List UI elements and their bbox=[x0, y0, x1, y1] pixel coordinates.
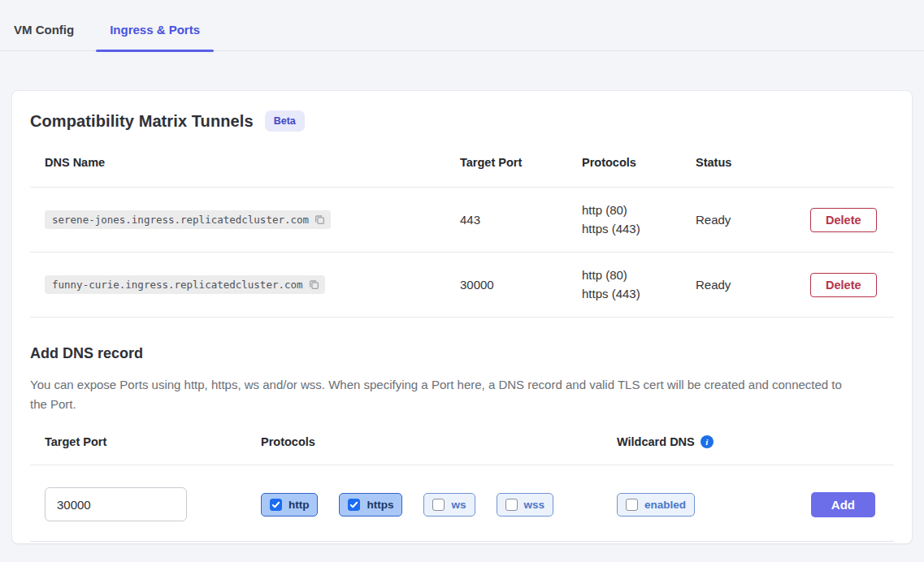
form-label-wildcard-dns: Wildcard DNS bbox=[617, 435, 695, 448]
target-port-input[interactable] bbox=[45, 487, 187, 521]
tab-bar: VM Config Ingress & Ports bbox=[0, 16, 924, 51]
info-icon[interactable]: i bbox=[701, 435, 714, 448]
add-dns-description: You can expose Ports using http, https, … bbox=[30, 375, 852, 414]
table-header-row: DNS Name Target Port Protocols Status bbox=[30, 149, 894, 188]
protocol-checkbox-group: http https ws bbox=[261, 493, 617, 517]
protocol-line: http (80) bbox=[582, 203, 696, 218]
checkbox-label: wss bbox=[524, 499, 545, 511]
checkbox-icon bbox=[348, 499, 360, 511]
protocol-line: http (80) bbox=[582, 268, 696, 283]
card-title: Compatibility Matrix Tunnels bbox=[30, 112, 254, 131]
form-label-protocols: Protocols bbox=[261, 435, 617, 448]
tab-vm-config[interactable]: VM Config bbox=[0, 16, 88, 50]
beta-badge: Beta bbox=[265, 110, 305, 132]
protocol-checkbox-http[interactable]: http bbox=[261, 493, 318, 517]
protocol-checkbox-wss[interactable]: wss bbox=[497, 493, 554, 517]
form-label-target-port: Target Port bbox=[45, 435, 261, 448]
table-row: funny-curie.ingress.replicatedcluster.co… bbox=[30, 253, 894, 318]
dns-name-pill: funny-curie.ingress.replicatedcluster.co… bbox=[45, 275, 325, 294]
checkbox-label: https bbox=[367, 499, 393, 511]
col-header-dns-name: DNS Name bbox=[45, 156, 460, 169]
dns-name-text: funny-curie.ingress.replicatedcluster.co… bbox=[52, 279, 303, 291]
table-row: serene-jones.ingress.replicatedcluster.c… bbox=[30, 188, 894, 253]
copy-icon[interactable] bbox=[314, 214, 326, 226]
col-header-status: Status bbox=[696, 156, 810, 169]
status-value: Ready bbox=[696, 213, 810, 227]
tunnels-card: Compatibility Matrix Tunnels Beta DNS Na… bbox=[11, 90, 913, 544]
add-dns-section: Add DNS record You can expose Ports usin… bbox=[30, 345, 894, 542]
protocol-checkbox-ws[interactable]: ws bbox=[423, 493, 475, 517]
add-dns-form-row: http https ws bbox=[30, 487, 894, 521]
protocol-checkbox-https[interactable]: https bbox=[339, 493, 402, 517]
protocol-line: https (443) bbox=[582, 222, 696, 237]
page: VM Config Ingress & Ports Compatibility … bbox=[0, 16, 924, 544]
card-header: Compatibility Matrix Tunnels Beta bbox=[30, 110, 894, 132]
checkbox-icon bbox=[626, 499, 638, 511]
tunnels-table: DNS Name Target Port Protocols Status se… bbox=[30, 149, 894, 318]
form-header-row: Target Port Protocols Wildcard DNS i bbox=[30, 435, 894, 465]
add-dns-title: Add DNS record bbox=[30, 345, 894, 362]
checkbox-label: http bbox=[288, 499, 309, 511]
checkbox-icon bbox=[270, 499, 282, 511]
tab-ingress-ports[interactable]: Ingress & Ports bbox=[96, 16, 214, 50]
delete-button[interactable]: Delete bbox=[810, 273, 877, 297]
wildcard-enabled-checkbox[interactable]: enabled bbox=[617, 493, 695, 517]
protocols-cell: http (80) https (443) bbox=[582, 268, 696, 302]
protocols-cell: http (80) https (443) bbox=[582, 203, 696, 237]
checkbox-icon bbox=[432, 499, 445, 511]
add-button[interactable]: Add bbox=[811, 492, 875, 517]
checkbox-label: ws bbox=[451, 499, 466, 511]
protocol-line: https (443) bbox=[582, 287, 696, 302]
status-value: Ready bbox=[696, 278, 810, 292]
checkbox-icon bbox=[505, 499, 518, 511]
bottom-divider bbox=[30, 541, 894, 542]
dns-name-text: serene-jones.ingress.replicatedcluster.c… bbox=[52, 214, 309, 226]
dns-name-pill: serene-jones.ingress.replicatedcluster.c… bbox=[45, 210, 331, 229]
target-port-value: 443 bbox=[460, 213, 582, 227]
target-port-value: 30000 bbox=[460, 278, 582, 292]
copy-icon[interactable] bbox=[308, 279, 320, 291]
col-header-protocols: Protocols bbox=[582, 156, 696, 169]
checkbox-label: enabled bbox=[644, 499, 686, 511]
delete-button[interactable]: Delete bbox=[810, 208, 877, 232]
col-header-target-port: Target Port bbox=[460, 156, 582, 169]
